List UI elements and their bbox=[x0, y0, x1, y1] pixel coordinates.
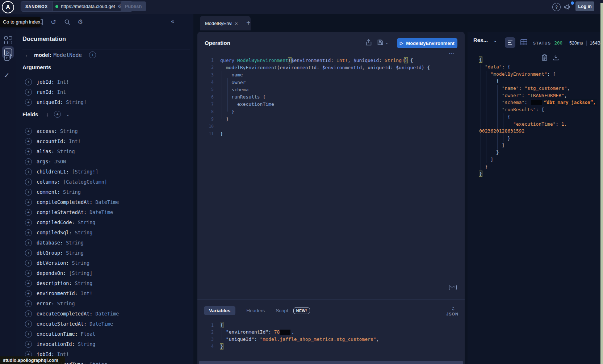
field-type[interactable]: String bbox=[72, 260, 89, 266]
field-row[interactable]: + compileCompletedAt: DateTime bbox=[25, 197, 119, 207]
argument-type[interactable]: Int! bbox=[57, 79, 69, 85]
code-line[interactable]: 5 schema bbox=[199, 86, 430, 93]
add-field-button[interactable]: + bbox=[25, 229, 32, 236]
code-line[interactable]: 7 executionTime bbox=[199, 101, 430, 108]
field-row[interactable]: + executeStartedAt: DateTime bbox=[25, 319, 119, 329]
field-name[interactable]: compileCompletedAt: bbox=[37, 199, 92, 205]
field-name[interactable]: columns: bbox=[37, 179, 60, 185]
search-icon[interactable] bbox=[64, 19, 71, 25]
field-row[interactable]: + dbtGroup: String bbox=[25, 248, 119, 258]
run-operation-button[interactable]: ▷ ModelByEnvironment bbox=[397, 38, 457, 48]
field-name[interactable]: invocationId: bbox=[37, 341, 75, 347]
field-type[interactable]: String bbox=[75, 230, 93, 235]
add-field-button[interactable]: + bbox=[25, 341, 32, 348]
add-field-button[interactable]: + bbox=[25, 310, 32, 317]
help-icon[interactable]: ? bbox=[552, 3, 561, 11]
field-type[interactable]: String bbox=[63, 189, 81, 195]
add-field-button[interactable]: + bbox=[25, 300, 32, 307]
field-name[interactable]: executeCompletedAt: bbox=[37, 311, 92, 317]
field-row[interactable]: + comment: String bbox=[25, 187, 119, 197]
endpoint-url[interactable]: https://metadata.cloud.get bbox=[61, 4, 115, 9]
field-type[interactable]: String bbox=[78, 341, 96, 347]
add-argument-button[interactable]: + bbox=[25, 89, 32, 96]
announcements-icon[interactable] bbox=[564, 3, 571, 11]
field-name[interactable]: executionTime: bbox=[37, 331, 78, 337]
response-view-table-button[interactable] bbox=[520, 39, 527, 45]
code-line[interactable]: 11 } bbox=[199, 130, 430, 137]
add-field-button[interactable]: + bbox=[25, 128, 32, 135]
tab-variables[interactable]: Variables bbox=[204, 306, 235, 315]
field-type[interactable]: String bbox=[75, 280, 93, 286]
field-name[interactable]: compileStartedAt: bbox=[37, 209, 87, 215]
login-button[interactable]: Log in bbox=[575, 1, 594, 11]
operation-editor[interactable]: 1 query ModelByEnvironment($environmentI… bbox=[199, 57, 430, 137]
field-row[interactable]: + columns: [CatalogColumn] bbox=[25, 177, 119, 187]
add-field-button[interactable]: + bbox=[25, 148, 32, 155]
add-field-button[interactable]: + bbox=[25, 290, 32, 297]
field-name[interactable]: alias: bbox=[37, 148, 54, 154]
field-type[interactable]: [CatalogColumn] bbox=[63, 179, 107, 185]
sidebar-item-operations[interactable] bbox=[4, 53, 12, 62]
operation-more-menu-icon[interactable]: ⋯ bbox=[448, 50, 455, 57]
response-menu-chevron-icon[interactable]: ⌄ bbox=[493, 38, 497, 43]
field-row[interactable]: + childrenL1: [String!] bbox=[25, 167, 119, 177]
field-type[interactable]: String bbox=[78, 219, 96, 225]
field-type[interactable]: DateTime bbox=[95, 311, 119, 317]
field-type[interactable]: DateTime bbox=[95, 199, 119, 205]
add-field-button[interactable]: + bbox=[25, 168, 32, 175]
add-field-button[interactable]: + bbox=[25, 189, 32, 196]
argument-type[interactable]: String! bbox=[66, 99, 87, 105]
field-row[interactable]: + database: String bbox=[25, 238, 119, 248]
new-tab-button[interactable]: + bbox=[246, 19, 251, 27]
publish-button[interactable]: Publish bbox=[121, 1, 146, 11]
field-row[interactable]: + invocationId: String bbox=[25, 339, 119, 349]
share-operation-icon[interactable] bbox=[366, 39, 372, 46]
horizontal-scrollbar[interactable] bbox=[199, 361, 463, 364]
field-row[interactable]: + compiledCode: String bbox=[25, 217, 119, 227]
tab-script[interactable]: Script bbox=[276, 308, 288, 313]
field-row[interactable]: + alias: String bbox=[25, 146, 119, 156]
add-field-button[interactable]: + bbox=[25, 209, 32, 216]
field-row[interactable]: + executeCompletedAt: DateTime bbox=[25, 309, 119, 319]
field-name[interactable]: description: bbox=[37, 280, 72, 286]
tab-headers[interactable]: Headers bbox=[246, 308, 265, 313]
field-type[interactable]: [String!] bbox=[72, 169, 98, 175]
argument-row[interactable]: + runId: Int bbox=[25, 87, 87, 97]
field-row[interactable]: + description: String bbox=[25, 278, 119, 288]
field-row[interactable]: + args: JSON bbox=[25, 156, 119, 167]
settings-gear-icon[interactable]: ⚙ bbox=[78, 18, 83, 26]
apollo-logo[interactable]: A bbox=[2, 1, 14, 13]
close-tab-icon[interactable]: × bbox=[235, 20, 238, 26]
back-arrow-icon[interactable]: ← bbox=[25, 52, 30, 58]
field-row[interactable]: + dependsOn: [String] bbox=[25, 268, 119, 278]
save-menu-chevron-icon[interactable]: ⌄ bbox=[385, 40, 389, 45]
variables-line[interactable]: 4 } bbox=[199, 343, 379, 350]
add-type-button[interactable]: + bbox=[89, 51, 96, 58]
field-type[interactable]: Float bbox=[81, 331, 96, 337]
add-field-button[interactable]: + bbox=[25, 219, 32, 226]
field-name[interactable]: access: bbox=[37, 128, 57, 134]
variables-line[interactable]: 1 { bbox=[199, 322, 379, 329]
field-name[interactable]: executeStartedAt: bbox=[37, 321, 87, 327]
argument-name[interactable]: jobId: bbox=[37, 79, 54, 85]
argument-row[interactable]: + jobId: Int! bbox=[25, 77, 87, 87]
field-type[interactable]: Int! bbox=[81, 290, 93, 296]
field-type[interactable]: String bbox=[89, 361, 107, 364]
add-field-button[interactable]: + bbox=[25, 331, 32, 338]
collapse-variables-icon[interactable]: ⌄⌄ bbox=[451, 305, 455, 310]
field-type[interactable]: String bbox=[66, 250, 84, 256]
field-type[interactable]: String bbox=[57, 301, 75, 306]
add-field-button[interactable]: + bbox=[25, 250, 32, 256]
field-type[interactable]: String bbox=[60, 128, 78, 134]
add-field-button[interactable]: + bbox=[25, 179, 32, 185]
field-name[interactable]: compiledCode: bbox=[37, 219, 75, 225]
doc-type-name[interactable]: ModelNode bbox=[54, 52, 82, 58]
sidebar-item-checks[interactable]: ✓ bbox=[4, 71, 10, 80]
add-field-button[interactable]: + bbox=[25, 270, 32, 277]
field-name[interactable]: dbtGroup: bbox=[37, 250, 63, 256]
code-line[interactable]: 3 name bbox=[199, 71, 430, 79]
field-name[interactable]: dbtVersion: bbox=[37, 260, 69, 266]
response-json[interactable]: { "data": { "modelByEnvironment": [ { "n… bbox=[468, 56, 597, 177]
code-line[interactable]: 4 owner bbox=[199, 79, 430, 86]
add-field-button[interactable]: + bbox=[25, 158, 32, 165]
